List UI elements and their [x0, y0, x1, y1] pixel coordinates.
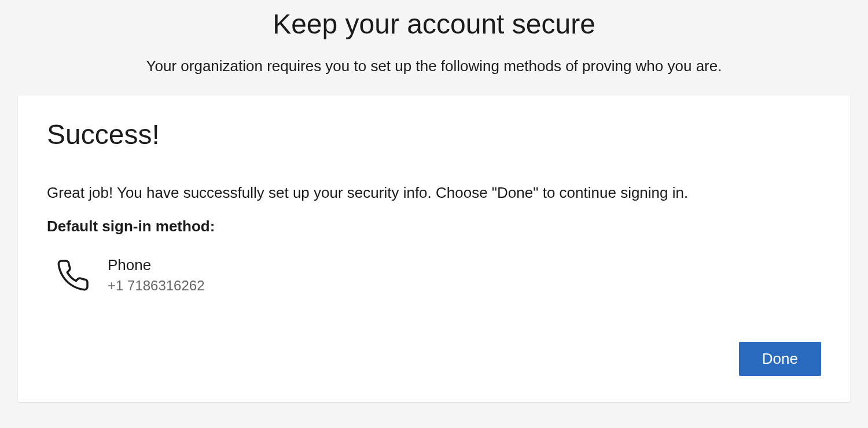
method-value: +1 7186316262	[108, 276, 205, 294]
success-title: Success!	[47, 119, 821, 150]
phone-icon	[56, 258, 90, 293]
page-subtitle: Your organization requires you to set up…	[0, 57, 868, 75]
done-button[interactable]: Done	[739, 342, 821, 376]
success-card: Success! Great job! You have successfull…	[18, 95, 850, 402]
method-text: Phone +1 7186316262	[108, 256, 205, 294]
page-title: Keep your account secure	[0, 8, 868, 40]
default-method-row: Phone +1 7186316262	[56, 256, 821, 294]
method-name: Phone	[108, 256, 205, 275]
default-method-label: Default sign-in method:	[47, 217, 821, 235]
success-message: Great job! You have successfully set up …	[47, 182, 821, 203]
